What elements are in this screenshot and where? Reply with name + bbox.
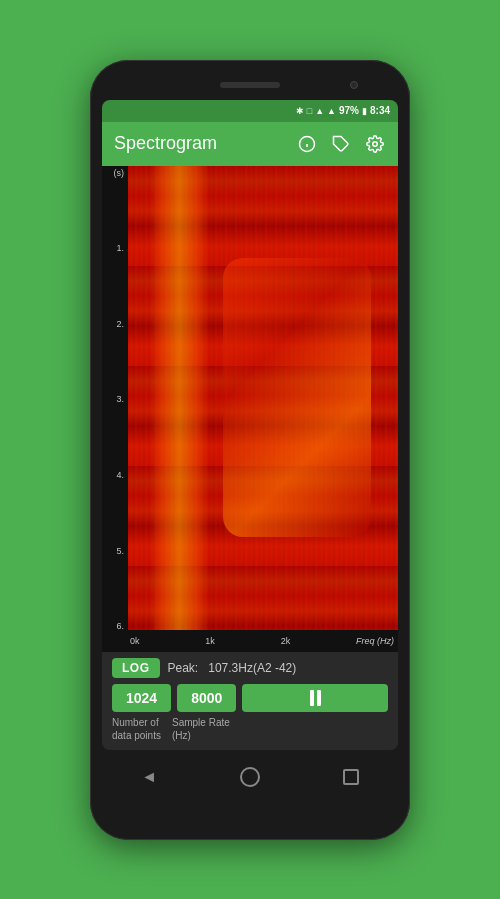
recents-button[interactable] [343, 769, 359, 785]
app-title: Spectrogram [114, 133, 296, 154]
labels-row: Number of data points Sample Rate (Hz) [112, 716, 388, 742]
info-icon[interactable] [296, 133, 318, 155]
sample-rate-label-line2: (Hz) [172, 730, 191, 741]
y-axis: (s) 1. 2. 3. 4. 5. 6. [102, 166, 128, 652]
y-label-5: 5. [104, 546, 126, 556]
y-label-3: 3. [104, 394, 126, 404]
sample-rate-label: Sample Rate (Hz) [172, 716, 230, 742]
status-icons: ✱ □ ▲ ▲ 97% ▮ 8:34 [296, 105, 390, 116]
pause-icon [310, 690, 321, 706]
svg-point-4 [373, 141, 378, 146]
peak-label: Peak: 107.3Hz(A2 -42) [168, 661, 297, 675]
log-peak-row: LOG Peak: 107.3Hz(A2 -42) [112, 658, 388, 678]
phone-frame: ✱ □ ▲ ▲ 97% ▮ 8:34 Spectrogram [90, 60, 410, 840]
pause-bar-left [310, 690, 314, 706]
y-label-1: 1. [104, 243, 126, 253]
data-points-label-line1: Number of [112, 717, 159, 728]
bluetooth-icon: ✱ [296, 106, 304, 116]
data-points-label-line2: data points [112, 730, 161, 741]
peak-value: 107.3Hz(A2 -42) [208, 661, 296, 675]
data-points-button[interactable]: 1024 [112, 684, 171, 712]
buttons-row: 1024 8000 [112, 684, 388, 712]
phone-top-bar [100, 74, 400, 96]
status-bar: ✱ □ ▲ ▲ 97% ▮ 8:34 [102, 100, 398, 122]
log-button[interactable]: LOG [112, 658, 160, 678]
tag-icon[interactable] [330, 133, 352, 155]
x-freq-label: Freq (Hz) [356, 636, 394, 646]
battery-percent: 97% [339, 105, 359, 116]
app-bar-icons [296, 133, 386, 155]
phone-bottom-bar: ◄ [100, 756, 400, 798]
sample-rate-label-line1: Sample Rate [172, 717, 230, 728]
phone-speaker [220, 82, 280, 88]
app-bar: Spectrogram [102, 122, 398, 166]
data-points-label: Number of data points [112, 716, 166, 742]
phone-screen: ✱ □ ▲ ▲ 97% ▮ 8:34 Spectrogram [102, 100, 398, 750]
peak-label-text: Peak: [168, 661, 199, 675]
y-label-2: 2. [104, 319, 126, 329]
signal-icon: ▲ [315, 106, 324, 116]
x-axis: 0k 1k 2k Freq (Hz) [128, 630, 398, 652]
time-display: 8:34 [370, 105, 390, 116]
battery-outline-icon: □ [307, 106, 312, 116]
spectrogram-canvas [128, 166, 398, 630]
y-label-s: (s) [104, 168, 126, 178]
controls-area: LOG Peak: 107.3Hz(A2 -42) 1024 8000 [102, 652, 398, 750]
spectrogram-plot [128, 166, 398, 630]
y-label-4: 4. [104, 470, 126, 480]
home-button[interactable] [240, 767, 260, 787]
pause-bar-right [317, 690, 321, 706]
x-label-0k: 0k [130, 636, 140, 646]
wifi-icon: ▲ [327, 106, 336, 116]
spectrogram-container: (s) 1. 2. 3. 4. 5. 6. 0k 1k 2k Freq (Hz) [102, 166, 398, 652]
battery-icon: ▮ [362, 106, 367, 116]
x-label-1k: 1k [205, 636, 215, 646]
back-button[interactable]: ◄ [141, 768, 157, 786]
sample-rate-button[interactable]: 8000 [177, 684, 236, 712]
phone-camera [350, 81, 358, 89]
play-pause-button[interactable] [242, 684, 388, 712]
y-label-6: 6. [104, 621, 126, 631]
x-label-2k: 2k [281, 636, 291, 646]
settings-icon[interactable] [364, 133, 386, 155]
